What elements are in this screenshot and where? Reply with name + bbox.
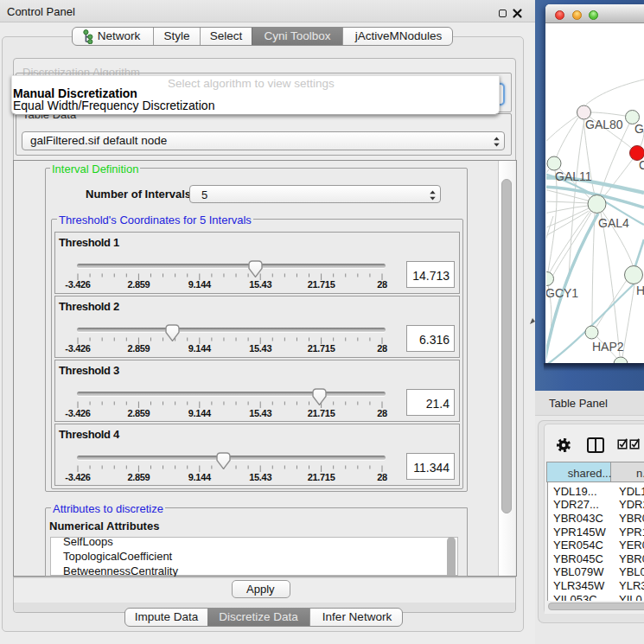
svg-text:GAL11: GAL11 — [555, 169, 592, 183]
svg-text:GA: GA — [634, 122, 644, 136]
svg-text:GAL4: GAL4 — [598, 216, 629, 230]
svg-text:HAP2: HAP2 — [592, 340, 624, 354]
svg-text:GCY1: GCY1 — [546, 286, 578, 300]
svg-text:H: H — [636, 284, 644, 297]
svg-text:GAL80: GAL80 — [585, 118, 623, 131]
svg-text:C: C — [639, 158, 644, 172]
